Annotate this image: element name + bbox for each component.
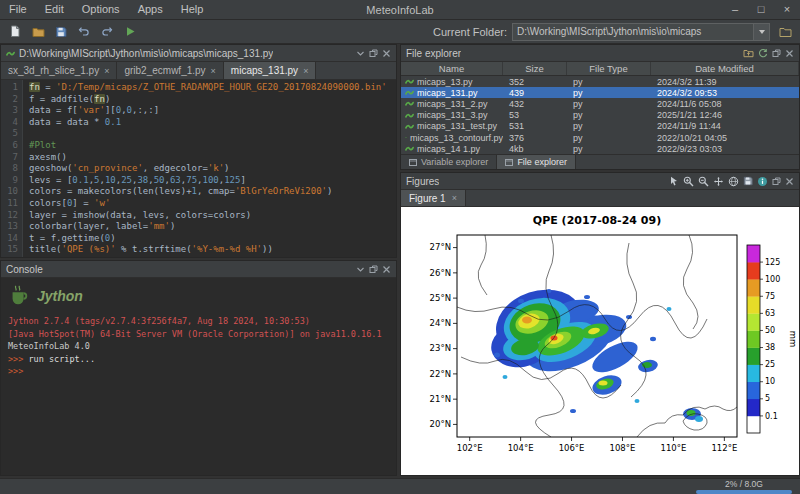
precip-blob <box>494 353 500 358</box>
up-folder-icon[interactable] <box>743 48 754 58</box>
code-line: data = data * 0.1 <box>29 117 396 129</box>
undo-button[interactable] <box>74 22 94 42</box>
close-button[interactable]: × <box>774 0 800 19</box>
select-cursor-icon[interactable] <box>669 176 679 187</box>
x-tick-label: 112°E <box>711 443 737 453</box>
close-panel-icon[interactable] <box>382 265 391 274</box>
line-number: 3 <box>1 105 18 117</box>
file-row-micaps-131-test-py[interactable]: micaps_131_test.py531py2024/11/9 11:44 <box>401 121 799 132</box>
refresh-icon[interactable] <box>758 48 768 58</box>
console-output: Jython 2.7.4 (tags/v2.7.4:3f256f4a7, Aug… <box>8 315 389 378</box>
file-name: micaps_13_contourf.py <box>410 133 503 143</box>
file-row-micaps-14-1-py[interactable]: micaps_14 1.py4kbpy2022/9/23 03:03 <box>401 143 799 154</box>
new-file-button[interactable] <box>5 22 25 42</box>
colorbar-tick-label: 100 <box>765 275 780 284</box>
column-header-file-type[interactable]: File Type <box>567 62 651 75</box>
line-number: 4 <box>1 117 18 129</box>
editor-tab-sx-3d-rh-slice-1-py[interactable]: sx_3d_rh_slice_1.py× <box>1 62 117 79</box>
new-file-icon <box>9 25 21 38</box>
close-panel-icon[interactable] <box>785 49 794 58</box>
panel-menu-chevron-down-icon[interactable] <box>356 265 365 274</box>
console[interactable]: Jython Jython 2.7.4 (tags/v2.7.4:3f256f4… <box>1 278 396 475</box>
python-file-icon <box>405 133 407 142</box>
open-file-button[interactable] <box>28 22 48 42</box>
editor-tab-micaps-131-py[interactable]: micaps_131.py× <box>224 62 317 79</box>
code-editor[interactable]: 123456789101112131415 fn = 'D:/Temp/mica… <box>1 80 396 257</box>
maximize-button[interactable]: □ <box>748 0 774 19</box>
figure-title: QPE (2017-08-24 09) <box>533 214 661 227</box>
current-folder-combobox[interactable]: D:\Working\MIScript\Jython\mis\io\micaps <box>512 23 770 41</box>
file-row-micaps-13-py[interactable]: micaps_13.py352py2024/3/2 11:39 <box>401 76 799 87</box>
file-explorer-title: File explorer <box>406 48 461 59</box>
code-line: #Plot <box>29 140 396 152</box>
code-line: levs = [0.1,5,10,25,38,50,63,75,100,125] <box>29 175 396 187</box>
float-panel-icon[interactable] <box>772 49 781 58</box>
folder-icon <box>505 158 513 166</box>
float-panel-icon[interactable] <box>772 177 781 186</box>
redo-button[interactable] <box>97 22 117 42</box>
save-button[interactable] <box>51 22 71 42</box>
float-panel-icon[interactable] <box>369 265 378 274</box>
column-header-date-modified[interactable]: Date Modified <box>651 62 799 75</box>
file-row-micaps-131-py[interactable]: micaps_131.py439py2024/3/2 09:53 <box>401 87 799 98</box>
line-number: 13 <box>1 221 18 233</box>
column-header-name[interactable]: Name <box>401 62 503 75</box>
zoom-in-icon[interactable] <box>683 176 694 187</box>
colorbar-segment <box>747 348 760 365</box>
run-script-button[interactable] <box>120 22 140 42</box>
browse-folder-button[interactable] <box>775 22 795 42</box>
tab-file-explorer[interactable]: File explorer <box>497 155 576 169</box>
precip-blob <box>570 409 576 413</box>
editor-file-path: D:\Working\MIScript\Jython\mis\io\micaps… <box>19 48 273 59</box>
tab-variable-explorer[interactable]: Variable explorer <box>401 155 497 169</box>
menu-item-apps[interactable]: Apps <box>129 0 172 19</box>
figure-canvas[interactable]: 102°E104°E106°E108°E110°E112°E27°N26°N25… <box>401 207 799 475</box>
close-icon[interactable]: × <box>452 193 457 203</box>
figure-tab[interactable]: Figure 1 × <box>401 190 466 206</box>
editor-tab-grib2-ecmwf-1-py[interactable]: grib2_ecmwf_1.py× <box>117 62 223 79</box>
column-header-size[interactable]: Size <box>503 62 567 75</box>
line-number: 9 <box>1 175 18 187</box>
precip-blob <box>635 399 640 403</box>
close-panel-icon[interactable] <box>785 177 794 186</box>
panel-menu-chevron-down-icon[interactable] <box>356 49 365 58</box>
open-folder-icon <box>32 26 45 38</box>
editor-tab-bar: sx_3d_rh_slice_1.py×grib2_ecmwf_1.py×mic… <box>1 62 396 80</box>
colorbar-tick-label: 0.1 <box>765 412 778 421</box>
close-icon[interactable]: × <box>104 66 109 76</box>
jython-brand: Jython <box>8 284 389 308</box>
y-tick-label: 21°N <box>430 394 451 404</box>
file-size: 439 <box>503 88 567 98</box>
precip-blob <box>687 410 696 416</box>
zoom-out-icon[interactable] <box>698 176 709 187</box>
float-panel-icon[interactable] <box>369 49 378 58</box>
close-icon[interactable]: × <box>303 66 308 76</box>
colorbar-segment <box>747 365 760 382</box>
full-extent-icon[interactable] <box>728 176 739 187</box>
close-icon[interactable]: × <box>211 66 216 76</box>
file-row-micaps-131-3-py[interactable]: micaps_131_3.py53py2025/1/21 12:46 <box>401 110 799 121</box>
dropdown-arrow-icon[interactable] <box>753 24 769 40</box>
file-row-micaps-131-2-py[interactable]: micaps_131_2.py432py2024/11/6 05:08 <box>401 98 799 109</box>
code-line: colors = makecolors(len(levs)+1, cmap='B… <box>29 186 396 198</box>
pan-icon[interactable] <box>713 176 724 187</box>
file-row-micaps-13-contourf-py[interactable]: micaps_13_contourf.py376py2022/10/21 04:… <box>401 132 799 143</box>
save-figure-icon[interactable] <box>743 176 753 186</box>
menu-item-options[interactable]: Options <box>73 0 129 19</box>
menu-item-help[interactable]: Help <box>172 0 213 19</box>
file-name: micaps_131_test.py <box>417 121 497 131</box>
menu-item-edit[interactable]: Edit <box>36 0 73 19</box>
browse-folder-icon <box>779 26 792 38</box>
info-icon[interactable] <box>757 176 768 187</box>
file-type: py <box>567 133 651 143</box>
code-line: axesm() <box>29 152 396 164</box>
code-line: data = f['var'][0,0,:,:] <box>29 105 396 117</box>
figure-tab-bar: Figure 1 × <box>401 190 799 207</box>
close-panel-icon[interactable] <box>382 49 391 58</box>
file-type: py <box>567 88 651 98</box>
file-name: micaps_131_2.py <box>417 99 488 109</box>
menu-item-file[interactable]: File <box>0 0 36 19</box>
minimize-button[interactable]: – <box>722 0 748 19</box>
status-bar: 2% / 8.0G <box>0 478 800 494</box>
current-folder: Current Folder: D:\Working\MIScript\Jyth… <box>433 22 795 42</box>
